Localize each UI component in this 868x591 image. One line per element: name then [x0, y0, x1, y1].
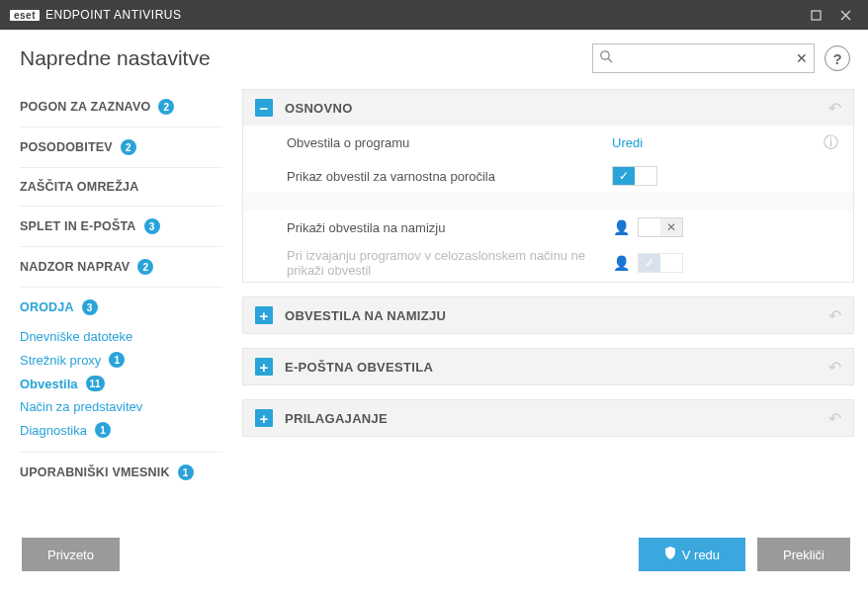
sidebar-sub-proxy[interactable]: Strežnik proxy 1: [0, 348, 242, 372]
sidebar-item-label: POSODOBITEV: [20, 140, 113, 154]
cancel-button[interactable]: Prekliči: [757, 538, 850, 571]
window-maximize-button[interactable]: [801, 0, 830, 30]
footer: Privzeto V redu Prekliči: [0, 526, 868, 583]
sidebar-item-label: ORODJA: [20, 300, 74, 314]
section-email-notifs: + E-POŠTNA OBVESTILA ↶: [242, 348, 854, 385]
toggle-security-reports[interactable]: ✓: [612, 166, 657, 186]
main-panel: − OSNOVNO ↶ Obvestila o programu Uredi ⓘ…: [242, 83, 868, 526]
sidebar-item-label: ZAŠČITA OMREŽJA: [20, 180, 138, 194]
section-customize-header[interactable]: + PRILAGAJANJE ↶: [243, 400, 853, 436]
revert-icon[interactable]: ↶: [828, 306, 841, 325]
badge: 2: [137, 259, 153, 275]
section-customize: + PRILAGAJANJE ↶: [242, 399, 854, 437]
section-email-header[interactable]: + E-POŠTNA OBVESTILA ↶: [243, 349, 853, 384]
search-input[interactable]: [619, 45, 796, 71]
question-icon: ?: [832, 50, 841, 67]
svg-line-4: [608, 58, 612, 62]
user-icon: 👤: [612, 219, 630, 235]
expand-icon: +: [255, 409, 273, 427]
sidebar-sub-presentation[interactable]: Način za predstavitev: [0, 395, 242, 418]
sidebar-item-label: POGON ZA ZAZNAVO: [20, 100, 150, 114]
badge: 1: [109, 352, 125, 368]
revert-icon[interactable]: ↶: [828, 409, 841, 428]
section-basic: − OSNOVNO ↶ Obvestila o programu Uredi ⓘ…: [242, 89, 854, 283]
sidebar-item-tools[interactable]: ORODJA 3: [0, 290, 242, 325]
square-icon: [811, 10, 822, 21]
toggle-desktop-notifs[interactable]: ✕: [638, 217, 683, 237]
sidebar-sub-logs[interactable]: Dnevniške datoteke: [0, 325, 242, 348]
help-button[interactable]: ?: [825, 45, 850, 71]
badge: 11: [86, 376, 105, 391]
sidebar-item-label: UPORABNIŠKI VMESNIK: [20, 465, 170, 479]
search-box[interactable]: ✕: [592, 43, 815, 73]
expand-icon: +: [255, 358, 273, 376]
sidebar-sub-notifications[interactable]: Obvestila 11: [0, 372, 242, 395]
user-icon: 👤: [612, 255, 630, 271]
sidebar-item-label: SPLET IN E-POŠTA: [20, 219, 136, 233]
collapse-icon: −: [255, 99, 273, 117]
sidebar-item-label: Obvestila: [20, 377, 78, 391]
brand-text: ENDPOINT ANTIVIRUS: [45, 8, 181, 22]
badge: 1: [95, 422, 111, 438]
section-title: E-POŠTNA OBVESTILA: [285, 360, 433, 375]
row-label: Obvestila o programu: [287, 135, 612, 150]
titlebar: eset ENDPOINT ANTIVIRUS: [0, 0, 868, 30]
shield-icon: [664, 547, 676, 562]
svg-rect-0: [812, 11, 821, 20]
sidebar-item-update[interactable]: POSODOBITEV 2: [0, 129, 242, 165]
row-app-notifications: Obvestila o programu Uredi ⓘ: [243, 126, 853, 159]
check-icon: ✓: [639, 254, 660, 272]
sidebar: POGON ZA ZAZNAVO 2 POSODOBITEV 2 ZAŠČITA…: [0, 83, 242, 526]
window-close-button[interactable]: [830, 0, 860, 30]
section-title: PRILAGAJANJE: [285, 411, 388, 426]
expand-icon: +: [255, 306, 273, 324]
edit-link[interactable]: Uredi: [612, 135, 643, 150]
sidebar-item-detection-engine[interactable]: POGON ZA ZAZNAVO 2: [0, 89, 242, 125]
badge: 1: [178, 464, 194, 480]
sidebar-item-label: Dnevniške datoteke: [20, 329, 132, 344]
ok-button[interactable]: V redu: [639, 538, 745, 571]
sidebar-sub-diagnostics[interactable]: Diagnostika 1: [0, 418, 242, 442]
info-icon[interactable]: ⓘ: [822, 133, 839, 152]
sidebar-item-label: Diagnostika: [20, 423, 87, 438]
row-label: Prikaži obvestila na namizju: [287, 220, 612, 235]
section-title: OSNOVNO: [285, 101, 353, 116]
badge: 2: [158, 99, 174, 115]
sidebar-item-ui[interactable]: UPORABNIŠKI VMESNIK 1: [0, 455, 242, 490]
row-fullscreen-suppress: Pri izvajanju programov v celozaslonskem…: [243, 244, 853, 282]
section-desktop-notifs: + OBVESTILA NA NAMIZJU ↶: [242, 296, 854, 334]
header: Napredne nastavitve ✕ ?: [0, 30, 868, 83]
revert-icon[interactable]: ↶: [828, 99, 841, 118]
badge: 3: [82, 299, 98, 315]
search-icon: [599, 49, 613, 67]
section-desktop-header[interactable]: + OBVESTILA NA NAMIZJU ↶: [243, 297, 853, 333]
sidebar-item-network[interactable]: ZAŠČITA OMREŽJA: [0, 170, 242, 204]
brand-logo: eset: [10, 10, 40, 21]
section-basic-header[interactable]: − OSNOVNO ↶: [243, 90, 853, 126]
row-security-report-notifs: Prikaz obvestil za varnostna poročila ✓: [243, 159, 853, 193]
page-title: Napredne nastavitve: [20, 46, 211, 70]
sidebar-item-label: Način za predstavitev: [20, 399, 142, 414]
sidebar-item-label: Strežnik proxy: [20, 353, 101, 368]
sidebar-item-label: NADZOR NAPRAV: [20, 260, 130, 274]
badge: 2: [121, 139, 136, 155]
row-desktop-notifs: Prikaži obvestila na namizju 👤 ✕: [243, 211, 853, 244]
badge: 3: [144, 218, 160, 234]
default-button[interactable]: Privzeto: [22, 538, 120, 571]
sidebar-item-device-control[interactable]: NADZOR NAPRAV 2: [0, 249, 242, 285]
row-label: Pri izvajanju programov v celozaslonskem…: [287, 248, 612, 278]
svg-point-3: [601, 51, 609, 59]
revert-icon[interactable]: ↶: [828, 358, 841, 377]
check-icon: ✓: [613, 167, 635, 185]
section-title: OBVESTILA NA NAMIZJU: [285, 308, 446, 323]
x-icon: ✕: [660, 218, 682, 236]
ok-label: V redu: [682, 548, 720, 562]
row-label: Prikaz obvestil za varnostna poročila: [287, 169, 612, 184]
toggle-fullscreen-suppress: ✓: [638, 253, 683, 273]
search-clear-button[interactable]: ✕: [796, 50, 808, 66]
sidebar-item-web-email[interactable]: SPLET IN E-POŠTA 3: [0, 209, 242, 244]
close-icon: [840, 10, 851, 21]
